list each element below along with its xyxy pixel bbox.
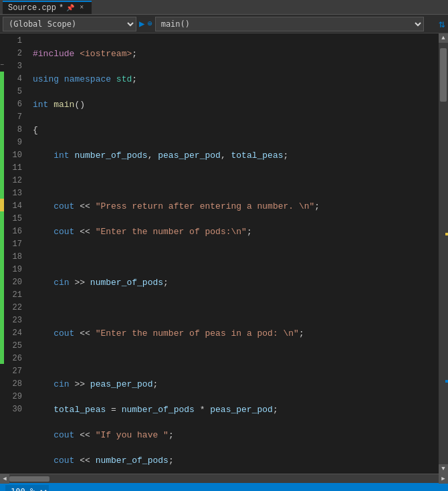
h-scroll-thumb[interactable] [9, 476, 49, 482]
scope-bar: (Global Scope) ▶ ⊕ main() ⇅ [0, 15, 448, 33]
scroll-down-button[interactable]: ▼ [439, 464, 448, 474]
scroll-right-button[interactable]: ▶ [439, 474, 448, 484]
scope-right-select[interactable]: main() [155, 17, 425, 31]
source-tab[interactable]: Source.cpp * 📌 × [3, 1, 92, 14]
scope-method-icon: ⊕ [147, 19, 152, 29]
tab-close-button[interactable]: × [77, 3, 86, 13]
scroll-left-button[interactable]: ◀ [0, 474, 9, 484]
marker-yellow [445, 233, 448, 235]
marker-blue [445, 380, 448, 383]
tab-pin-icon[interactable]: 📌 [66, 4, 74, 12]
editor-container: − 12345 678910 1112131415 1617181920 212… [0, 33, 448, 474]
scope-nav-arrow[interactable]: ⇅ [439, 17, 445, 31]
scope-left-select[interactable]: (Global Scope) [3, 17, 136, 31]
status-bar: 100 % [0, 483, 448, 491]
zoom-select[interactable]: 100 % [5, 485, 49, 491]
bottom-scrollbar[interactable]: ◀ ▶ [0, 474, 448, 483]
h-scroll-track[interactable] [9, 476, 439, 482]
code-editor[interactable]: #include <iostream>; using namespace std… [27, 33, 439, 474]
right-scrollbar[interactable]: ▲ ▼ [439, 33, 448, 474]
tab-modified: * [59, 3, 64, 13]
scope-divider-icon: ▶ [139, 18, 144, 29]
scroll-track[interactable] [439, 43, 448, 464]
title-bar: Source.cpp * 📌 × [0, 0, 448, 15]
line-numbers: 12345 678910 1112131415 1617181920 21222… [4, 33, 27, 474]
scroll-thumb[interactable] [440, 48, 447, 102]
scroll-up-button[interactable]: ▲ [439, 33, 448, 43]
tab-filename: Source.cpp [8, 3, 56, 13]
